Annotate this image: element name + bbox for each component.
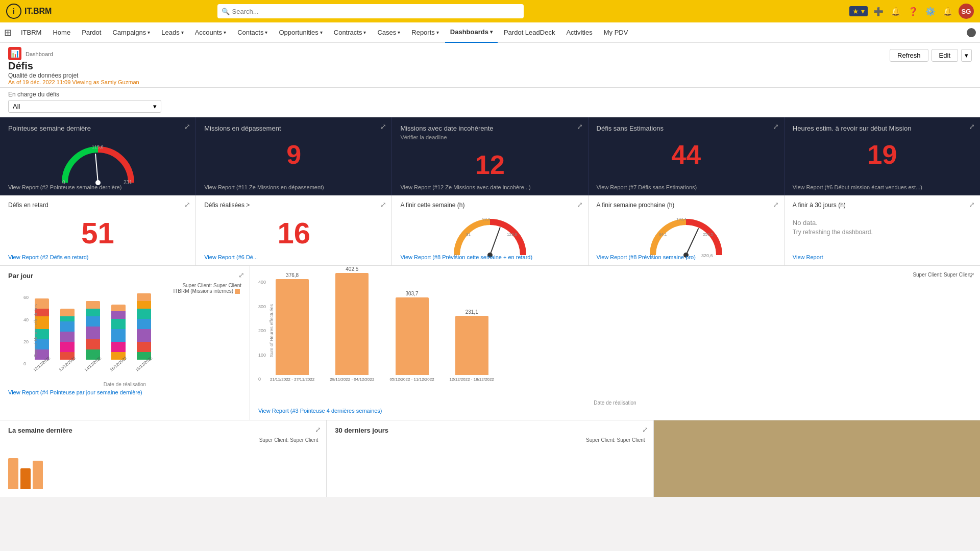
bar-chart-container: 12/12/2022 13/12/2022 14/12/2022 15/12/2… [32,295,154,366]
bar-group-4: 16/12/2022 [134,293,154,366]
chevron-down-icon: ▾ [363,30,366,35]
light-card-link-4[interactable]: View Report [793,254,823,260]
dark-card-value-2: 12 [400,144,579,185]
logo-icon: i [6,4,21,19]
bar-group-2: 14/12/2022 [83,301,103,366]
gauge-svg-light-1: 0 192,4 64,1 256,5 320,6 320,6 [648,214,724,258]
top-bar-right: ★ ▾ ➕ 🔔 ❓ ⚙️ 🔔 SG [849,4,974,19]
settings-icon[interactable]: ⚙️ [924,5,937,18]
nav-item-campaigns[interactable]: Campaigns▾ [107,22,155,43]
nav-item-pardot[interactable]: Pardot [77,22,106,43]
logo[interactable]: i IT.BRM [6,4,52,19]
plus-icon[interactable]: ➕ [872,5,885,18]
dark-card-link-0[interactable]: View Report (#2 Pointeuse semaine derniè… [8,184,121,190]
nav-item-dashboards[interactable]: Dashboards▾ [445,22,498,43]
y-axis: 60 40 20 0 [23,295,29,366]
expand-icon[interactable]: ⤢ [969,271,975,279]
week-bar-1: 402,5 28/11/2022 - 04/12/2022 [330,266,374,382]
y-axis-label-2: Sum of Heures effectuées [269,304,274,357]
bell-icon[interactable]: 🔔 [941,5,954,18]
week-bar-val-2: 303,7 [405,291,418,296]
more-icon[interactable] [967,28,976,37]
nav-item-leads[interactable]: Leads▾ [156,22,188,43]
dark-card-link-4[interactable]: View Report (#6 Début mission écart vend… [793,184,922,190]
nav-item-contracts[interactable]: Contracts▾ [329,22,372,43]
dark-card-link-1[interactable]: View Report (#11 Ze Missions en dépassem… [204,184,324,190]
svg-text:231: 231 [124,180,132,185]
star-button[interactable]: ★ ▾ [849,6,868,16]
expand-icon[interactable]: ⤢ [238,271,244,279]
nav-item-itbrm[interactable]: ITBRM [16,22,46,43]
dark-card-subtitle-2: Vérifier la deadline [400,134,579,140]
dark-card-row: ⤢ Pointeuse semaine dernière 0 231 115,6… [0,117,980,195]
help-icon[interactable]: ❓ [906,5,920,18]
week-bar-2: 303,7 05/12/2022 - 11/12/2022 [389,291,434,382]
notification-circle-icon[interactable]: 🔔 [889,5,902,18]
light-card-row: ⤢ Défis en retard 51 View Report (#2 Déf… [0,195,980,266]
nav-item-opportunities[interactable]: Opportunities▾ [274,22,327,43]
light-card-finir-semaine-pro: ⤢ A finir semaine prochaine (h) 0 192,4 … [589,195,785,265]
nav-item-home[interactable]: Home [47,22,76,43]
more-actions-button[interactable]: ▾ [961,49,972,62]
top-bar: i IT.BRM 🔍 ★ ▾ ➕ 🔔 ❓ ⚙️ 🔔 SG [0,0,980,22]
nav-item-pardot-leaddeck[interactable]: Pardot LeadDeck [499,22,560,43]
expand-icon[interactable]: ⤢ [184,201,190,209]
light-card-defis-retard: ⤢ Défis en retard 51 View Report (#2 Déf… [0,195,196,265]
no-data-label: No data. [793,219,972,227]
filter-select[interactable]: All ▾ [8,100,161,113]
four-weeks-panel: ⤢ Super Client: Super Client Sum of Heur… [250,266,980,420]
bar-stack-2 [86,301,100,360]
expand-icon[interactable]: ⤢ [380,122,386,131]
expand-icon[interactable]: ⤢ [315,425,321,434]
nav-item-reports[interactable]: Reports▾ [406,22,444,43]
par-jour-link[interactable]: View Report (#4 Pointeuse par jour semai… [8,389,241,395]
search-bar[interactable]: 🔍 [217,4,524,18]
nav-item-accounts[interactable]: Accounts▾ [190,22,231,43]
search-input[interactable] [232,8,520,15]
chevron-down-icon: ▾ [320,30,323,35]
light-card-link-0[interactable]: View Report (#2 Défis en retard) [8,254,89,260]
chevron-down-icon: ▾ [265,30,267,35]
avatar[interactable]: SG [959,4,974,19]
nav-item-activities[interactable]: Activities [561,22,597,43]
refresh-button[interactable]: Refresh [890,49,928,62]
expand-icon[interactable]: ⤢ [969,122,975,131]
expand-icon[interactable]: ⤢ [577,122,583,131]
gauge-wrapper-2: 0 92,9 31 123,8 154,8 [400,212,579,260]
svg-text:320,6: 320,6 [701,253,713,258]
expand-icon[interactable]: ⤢ [380,201,386,209]
light-card-title-2: A finir cette semaine (h) [400,202,579,209]
week-bar-fill-1 [335,273,369,375]
expand-icon[interactable]: ⤢ [642,425,648,434]
dark-card-title-0: Pointeuse semaine dernière [8,124,187,132]
nav-item-contacts[interactable]: Contacts▾ [232,22,273,43]
edit-button[interactable]: Edit [932,49,958,62]
light-card-link-2[interactable]: View Report (#8 Prévision cette semaine … [400,254,532,260]
chevron-down-icon: ▾ [224,30,226,35]
light-card-finir-semaine: ⤢ A finir cette semaine (h) 0 92,9 31 12… [392,195,588,265]
expand-icon[interactable]: ⤢ [184,122,190,131]
y-axis-label: Sum of Heures effectuées [33,304,38,357]
four-weeks-link[interactable]: View Report (#3 Pointeuse 4 dernières se… [258,408,972,414]
svg-line-5 [490,227,500,255]
bottom-panel-last-week: ⤢ La semaine dernière Super Client: Supe… [0,420,327,497]
nav-item-cases[interactable]: Cases▾ [372,22,405,43]
chevron-down-icon: ▾ [490,29,493,35]
expand-icon[interactable]: ⤢ [577,201,583,209]
light-card-link-3[interactable]: View Report (#8 Prévision semaine pro) [597,254,696,260]
svg-line-0 [95,154,98,183]
expand-icon[interactable]: ⤢ [969,201,975,209]
nav-item-mypdv[interactable]: My PDV [599,22,633,43]
no-data-sub: Try refreshing the dashboard. [793,229,972,236]
light-card-link-1[interactable]: View Report (#6 Dé... [204,254,258,260]
logo-text: IT.BRM [24,7,52,16]
dark-card-link-3[interactable]: View Report (#7 Défis sans Estimations) [597,184,697,190]
bottom-panel-decorative [654,420,980,497]
light-card-defis-realisees: ⤢ Défis réalisées > 16 View Report (#6 D… [196,195,392,265]
dark-card-link-2[interactable]: View Report (#12 Ze Missions avec date i… [400,184,530,190]
dashboard-header: 📊 Dashboard Défis Qualité de données pro… [0,43,980,88]
expand-icon[interactable]: ⤢ [773,201,779,209]
chart-row: ⤢ Par jour Super Client: Super Client IT… [0,266,980,420]
grid-icon[interactable]: ⊞ [4,27,12,38]
expand-icon[interactable]: ⤢ [773,122,779,131]
